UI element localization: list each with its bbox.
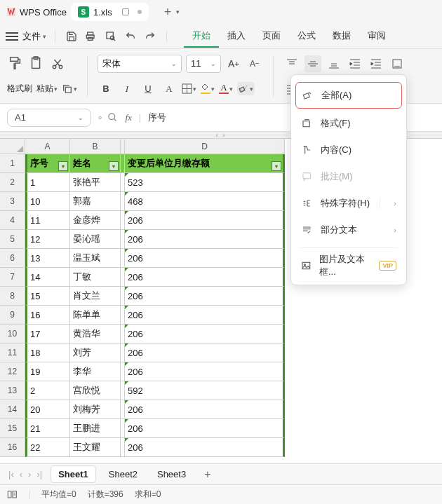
cancel-formula-icon[interactable] [107,112,118,123]
cell[interactable]: 206 [125,343,285,362]
cell[interactable]: 刘梅芳 [70,400,121,419]
decrease-indent-icon[interactable] [347,55,363,72]
paste-icon[interactable] [28,55,45,72]
increase-font-icon[interactable]: A+ [225,55,242,72]
align-middle-icon[interactable] [304,55,321,72]
row-header[interactable]: 13 [0,381,25,400]
row-header[interactable]: 2 [0,173,25,192]
row-header[interactable]: 12 [0,362,25,381]
menu-clear-format[interactable]: 格式(F) [291,110,406,137]
file-menu[interactable]: 文件▾ [22,30,46,43]
row-header[interactable]: 3 [0,192,25,211]
cell[interactable]: 李华 [70,362,121,381]
tab-insert[interactable]: 插入 [219,25,254,48]
tab-start[interactable]: 开始 [184,25,219,48]
cell[interactable]: 22 [25,438,70,457]
copy-button[interactable]: ▾ [62,83,77,95]
row-header[interactable]: 4 [0,211,25,230]
cell[interactable]: 刘芳 [70,343,121,362]
cell[interactable]: 黄浩华 [70,325,121,343]
cell[interactable]: 206 [125,306,285,325]
cell[interactable]: 206 [125,249,285,268]
cut-icon[interactable] [49,55,66,72]
paste-label[interactable]: 粘贴▾ [36,83,58,95]
menu-clear-all[interactable]: 全部(A) [295,82,402,109]
cell[interactable]: 206 [125,400,285,419]
menu-clear-content[interactable]: 内容(C) [291,137,406,163]
cell[interactable]: 206 [125,268,285,287]
cell[interactable]: 19 [25,362,70,381]
row-header[interactable]: 1 [0,154,25,173]
tab-data[interactable]: 数据 [324,25,359,48]
format-painter-label[interactable]: 格式刷 [7,83,32,95]
sheet-tab-2[interactable]: Sheet2 [102,466,145,482]
cell[interactable]: 206 [125,325,285,343]
clear-format-button[interactable]: ▾ [237,82,255,95]
cell[interactable]: 21 [25,419,70,438]
cell[interactable]: 16 [25,306,70,325]
cell[interactable]: 592 [125,381,285,400]
cell[interactable]: 陈单单 [70,306,121,325]
cell[interactable]: 宫欣悦 [70,381,121,400]
cell[interactable]: 206 [125,362,285,381]
row-header[interactable]: 6 [0,249,25,268]
save-icon[interactable] [64,29,79,44]
border-button[interactable]: ▾ [182,83,196,94]
cell[interactable]: 王文耀 [70,438,121,457]
font-color-button[interactable]: A▾ [219,83,233,94]
cell[interactable]: 14 [25,268,70,287]
cell[interactable]: 郭嘉 [70,192,121,211]
cell[interactable]: 468 [125,192,285,211]
cell[interactable]: 肖文兰 [70,287,121,306]
cell[interactable]: 17 [25,325,70,343]
cell[interactable]: 206 [125,211,285,230]
format-painter-icon[interactable] [7,55,24,72]
row-header[interactable]: 14 [0,400,25,419]
document-tab[interactable]: S 1.xls [71,3,149,21]
cell[interactable]: 丁敏 [70,268,121,287]
col-header-a[interactable]: A [25,139,70,154]
cell[interactable]: 206 [125,419,285,438]
table-header-cell[interactable]: 变更后单位月缴存额▾ [125,154,285,173]
cell[interactable]: 206 [125,230,285,249]
menu-clear-partial[interactable]: 部分文本 › [291,217,406,243]
hamburger-icon[interactable] [6,32,18,41]
cell[interactable]: 张艳平 [70,173,121,192]
print-preview-icon[interactable] [103,29,119,44]
cell[interactable]: 20 [25,400,70,419]
sheet-tab-3[interactable]: Sheet3 [150,466,193,482]
decrease-font-icon[interactable]: A− [246,55,263,72]
new-tab-button[interactable]: + [164,5,172,20]
table-header-cell[interactable]: 姓名▾ [70,154,121,173]
print-icon[interactable] [83,29,99,44]
cell[interactable]: 18 [25,343,70,362]
row-header[interactable]: 16 [0,438,25,457]
font-name-select[interactable]: 宋体⌄ [98,55,182,73]
menu-clear-special[interactable]: 特殊字符(H) › [291,190,406,217]
row-header[interactable]: 5 [0,230,25,249]
sheet-nav[interactable]: |‹‹››| [6,468,45,481]
cell[interactable]: 206 [125,287,285,306]
cell[interactable]: 2 [25,381,70,400]
row-header[interactable]: 7 [0,268,25,287]
tab-overflow-icon[interactable]: ▾ [176,8,180,15]
cell[interactable]: 15 [25,287,70,306]
cell[interactable]: 1 [25,173,70,192]
add-sheet-button[interactable]: + [199,468,216,481]
mode-icon[interactable] [7,489,18,500]
cell[interactable]: 523 [125,173,285,192]
increase-indent-icon[interactable] [368,55,384,72]
col-header-b[interactable]: B [70,139,121,154]
align-top-icon[interactable] [283,55,300,72]
fx-label[interactable]: fx [125,112,131,123]
row-header[interactable]: 11 [0,343,25,362]
cell[interactable]: 206 [125,438,285,457]
select-all-corner[interactable] [0,139,25,154]
strikethrough-button[interactable]: A [161,81,178,97]
row-header[interactable]: 8 [0,287,25,306]
redo-icon[interactable] [142,29,158,44]
cell[interactable]: 王鹏进 [70,419,121,438]
italic-button[interactable]: I [119,81,135,97]
row-header[interactable]: 15 [0,419,25,438]
col-header-d[interactable]: D [125,139,285,154]
